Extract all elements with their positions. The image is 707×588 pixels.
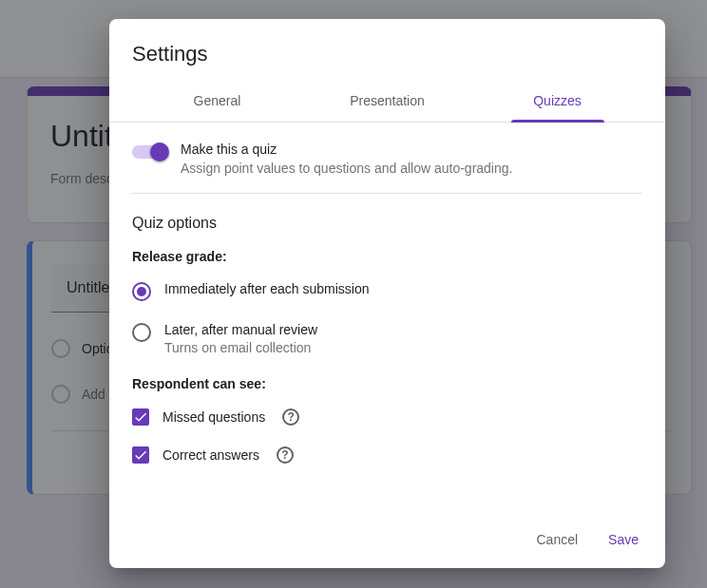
radio-sublabel: Turns on email collection — [164, 340, 317, 355]
radio-label: Later, after manual review — [164, 322, 317, 337]
release-grade-later[interactable]: Later, after manual review Turns on emai… — [132, 322, 642, 355]
help-icon[interactable]: ? — [282, 408, 299, 426]
toggle-knob — [150, 142, 169, 161]
radio-icon — [132, 323, 151, 342]
tab-presentation[interactable]: Presentation — [302, 84, 472, 122]
check-icon — [133, 447, 148, 463]
settings-dialog: Settings General Presentation Quizzes Ma… — [109, 19, 665, 568]
tab-general[interactable]: General — [132, 84, 302, 122]
save-button[interactable]: Save — [604, 526, 642, 553]
checkbox-icon — [132, 446, 149, 464]
dialog-actions: Cancel Save — [109, 513, 665, 568]
make-quiz-row: Make this a quiz Assign point values to … — [132, 123, 642, 194]
respondent-can-see-label: Respondent can see: — [132, 376, 642, 391]
radio-label: Immediately after each submission — [164, 281, 370, 296]
checkbox-icon — [132, 408, 149, 426]
checkbox-correct-answers[interactable]: Correct answers ? — [132, 446, 642, 464]
dialog-body-scroll[interactable]: Make this a quiz Assign point values to … — [109, 123, 665, 513]
radio-icon — [132, 282, 151, 301]
tab-quizzes[interactable]: Quizzes — [472, 84, 642, 122]
dialog-title: Settings — [109, 19, 665, 84]
cancel-button[interactable]: Cancel — [532, 526, 582, 553]
tab-bar: General Presentation Quizzes — [109, 84, 665, 123]
release-grade-immediate[interactable]: Immediately after each submission — [132, 281, 642, 301]
release-grade-label: Release grade: — [132, 249, 642, 264]
quiz-options-header: Quiz options — [132, 215, 642, 232]
make-quiz-title: Make this a quiz — [181, 142, 512, 157]
help-icon[interactable]: ? — [277, 446, 294, 464]
check-icon — [133, 409, 148, 425]
checkbox-missed-questions[interactable]: Missed questions ? — [132, 408, 642, 426]
make-quiz-toggle[interactable] — [132, 145, 167, 159]
dialog-body: Make this a quiz Assign point values to … — [109, 123, 665, 513]
checkbox-label: Missed questions — [162, 409, 265, 425]
checkbox-label: Correct answers — [162, 447, 259, 463]
make-quiz-subtitle: Assign point values to questions and all… — [181, 161, 512, 176]
